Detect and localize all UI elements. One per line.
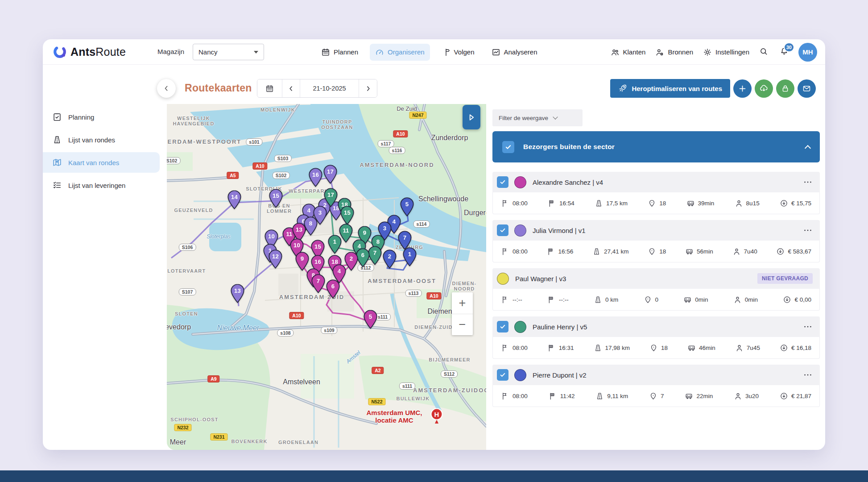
road-shield: s101	[246, 138, 262, 145]
calendar-button[interactable]	[257, 79, 282, 97]
svg-text:7: 7	[316, 278, 319, 284]
driver-menu-button[interactable]	[803, 225, 813, 235]
map-marker-green-15[interactable]: 15	[340, 206, 354, 225]
nav-item-organiseren[interactable]: Organiseren	[370, 44, 430, 61]
sidebar-item-planning[interactable]: Planning	[43, 107, 160, 127]
calendar-icon	[321, 48, 330, 57]
svg-text:4: 4	[337, 268, 341, 274]
svg-text:6: 6	[331, 283, 334, 290]
map-marker-purple-12[interactable]: 12	[269, 249, 282, 269]
chevron-down-icon	[254, 51, 258, 54]
map-marker-magenta-5[interactable]: 5	[364, 310, 377, 329]
road-shield: A10	[252, 162, 267, 170]
road-shield: A5	[227, 172, 239, 179]
map-marker-magenta-7[interactable]: 7	[311, 274, 325, 293]
map-marker-green-17[interactable]: 17	[324, 188, 338, 207]
driver-checkbox[interactable]	[497, 176, 508, 188]
driver-row-header: Alexandre Sanchez | v4	[492, 172, 820, 192]
reoptimize-routes-button[interactable]: Heroptimaliseren van routes	[610, 79, 730, 98]
map-marker-magenta-6[interactable]: 6	[326, 279, 340, 299]
map-marker-purple-13[interactable]: 13	[231, 284, 244, 303]
road-shield: s114	[413, 220, 430, 228]
stat-drive: 46min	[687, 344, 715, 352]
map-marker-green-1[interactable]: 1	[328, 235, 342, 254]
driver-menu-button[interactable]	[803, 177, 813, 187]
nav-item-klanten[interactable]: Klanten	[611, 45, 646, 59]
cost-download-icon	[776, 247, 785, 256]
driver-menu-button[interactable]	[803, 322, 813, 332]
notifications-button[interactable]: 30	[780, 47, 789, 58]
map-marker-purple-17[interactable]: 17	[323, 165, 337, 184]
stat-end: 16:31	[547, 344, 574, 352]
search-icon[interactable]	[759, 47, 770, 58]
svg-text:3: 3	[383, 225, 386, 232]
map-marker-purple-16[interactable]: 16	[309, 168, 322, 187]
nav-item-instellingen[interactable]: Instellingen	[703, 45, 749, 59]
search-icon	[759, 47, 768, 56]
svg-text:14: 14	[231, 194, 238, 200]
sidebar-item-lijst-van-rondes[interactable]: Lijst van rondes	[43, 129, 160, 150]
zoom-in-button[interactable]: +	[452, 292, 473, 314]
taskbar	[0, 470, 868, 482]
map-marker-blue-1[interactable]: 1	[403, 247, 417, 266]
chevron-up-icon[interactable]	[805, 145, 811, 151]
driver-row: Alexandre Sanchez | v408:0016:5417,5 km1…	[492, 172, 820, 214]
plus-icon	[738, 84, 747, 93]
lock-routes-button[interactable]	[776, 79, 794, 98]
flag-start-icon	[501, 247, 509, 256]
sidebar-item-kaart-van-rondes[interactable]: Kaart van rondes	[43, 152, 160, 173]
driver-row: Julia Virmond | v108:0016:5627,41 km1856…	[492, 220, 820, 262]
stat-start: 08:00	[501, 392, 528, 400]
section-checkbox[interactable]	[502, 141, 514, 153]
driver-checkbox[interactable]	[497, 369, 508, 381]
svg-text:4: 4	[307, 207, 310, 214]
map-marker-magenta-2[interactable]: 2	[344, 252, 358, 271]
map[interactable]: MOLENWIJKWESTELIJK HAVENGEBIEDTUINDORP O…	[167, 104, 486, 450]
main-nav: PlannenOrganiserenVolgenAnalyseren	[316, 43, 543, 61]
filter-view-button[interactable]: Filter de weergave	[492, 109, 583, 126]
svg-text:16: 16	[314, 258, 321, 265]
road-icon	[594, 295, 602, 304]
map-marker-blue-5[interactable]: 5	[400, 197, 414, 216]
app-window: AntsRoute Magazijn Nancy PlannenOrganise…	[43, 39, 825, 450]
driver-name: Pauline Henry | v5	[533, 323, 587, 331]
send-mail-button[interactable]	[798, 79, 816, 98]
chev-left-icon	[162, 84, 171, 93]
map-marker-blue-2[interactable]: 2	[383, 249, 397, 269]
expand-panel-button[interactable]	[463, 105, 480, 129]
map-marker-blue-3[interactable]: 3	[378, 221, 392, 241]
road-shield: s109	[321, 327, 337, 334]
prev-day-button[interactable]	[282, 79, 300, 97]
svg-text:H: H	[434, 411, 439, 418]
map-pin-icon	[644, 295, 652, 304]
driver-menu-button[interactable]	[803, 370, 813, 380]
nav-item-volgen[interactable]: Volgen	[436, 44, 480, 61]
collapse-sidebar-button[interactable]	[157, 79, 176, 98]
road-shield: S107	[179, 288, 196, 295]
nav-item-analyseren[interactable]: Analyseren	[486, 44, 543, 61]
map-marker-green-7[interactable]: 7	[368, 246, 382, 265]
driver-stats: --:----:--0 km00min0min€ 0,00	[492, 289, 820, 311]
header-actions: Heroptimaliseren van routes	[610, 79, 816, 98]
next-day-button[interactable]	[359, 79, 377, 97]
add-route-button[interactable]	[733, 79, 752, 98]
play-right-icon	[467, 113, 476, 122]
svg-text:13: 13	[234, 287, 241, 294]
driver-checkbox[interactable]	[497, 321, 508, 332]
warehouse-select[interactable]: Nancy	[193, 44, 264, 60]
svg-text:3: 3	[318, 209, 321, 216]
zoom-out-button[interactable]: −	[452, 314, 473, 335]
avatar[interactable]: MH	[798, 43, 817, 62]
stat-duration: 7u40	[732, 247, 757, 256]
driver-name: Alexandre Sanchez | v4	[533, 179, 603, 186]
export-cloud-button[interactable]	[755, 79, 773, 98]
road-shield: N247	[409, 112, 426, 119]
nav-item-plannen[interactable]: Plannen	[316, 44, 364, 61]
nav-item-bronnen[interactable]: Bronnen	[655, 45, 693, 59]
map-marker-purple-15[interactable]: 15	[269, 189, 283, 208]
driver-checkbox[interactable]	[497, 224, 508, 236]
map-marker-purple-14[interactable]: 14	[227, 190, 241, 209]
date-value: 21-10-2025	[300, 79, 359, 97]
sidebar-item-lijst-van-leveringen[interactable]: Lijst van leveringen	[43, 175, 160, 195]
van-icon	[683, 295, 692, 304]
